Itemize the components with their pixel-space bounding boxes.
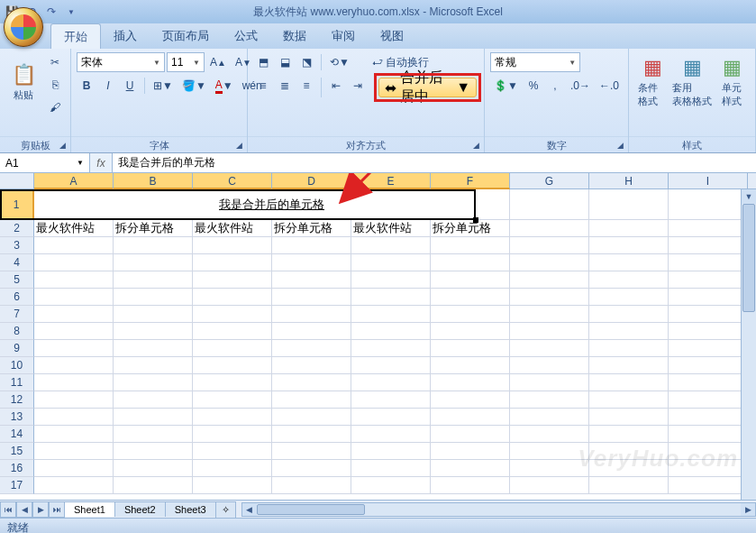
cell[interactable] — [272, 357, 351, 374]
align-right-button[interactable]: ≡ — [296, 76, 316, 96]
formula-input[interactable]: 我是合并后的单元格 — [113, 153, 756, 172]
tab-review[interactable]: 审阅 — [319, 23, 368, 49]
cell[interactable] — [114, 409, 193, 426]
row-header[interactable]: 5 — [0, 271, 34, 289]
cell[interactable] — [510, 323, 589, 340]
row-header[interactable]: 3 — [0, 237, 34, 254]
tab-formula[interactable]: 公式 — [222, 23, 270, 49]
sheet-tab-3[interactable]: Sheet3 — [165, 501, 216, 517]
scroll-left-icon[interactable]: ◀ — [242, 503, 257, 516]
cell[interactable] — [589, 340, 669, 357]
row-header[interactable]: 16 — [0, 460, 34, 477]
cell[interactable] — [272, 374, 351, 391]
cell[interactable] — [114, 271, 193, 289]
cell[interactable] — [431, 289, 510, 306]
tab-data[interactable]: 数据 — [270, 23, 319, 49]
cell[interactable] — [193, 237, 272, 254]
row-header[interactable]: 6 — [0, 289, 34, 306]
column-header[interactable]: B — [114, 173, 193, 189]
decrease-indent-button[interactable]: ⇤ — [326, 76, 346, 96]
cell[interactable] — [351, 340, 431, 357]
cell[interactable] — [114, 289, 193, 306]
cell-styles-button[interactable]: ▦单元 样式 — [714, 52, 750, 112]
cell[interactable] — [431, 357, 510, 374]
new-sheet-button[interactable]: ✧ — [215, 501, 236, 518]
cell[interactable] — [589, 357, 669, 374]
cell[interactable] — [114, 374, 193, 391]
horizontal-scrollbar[interactable]: ◀ ▶ — [241, 502, 756, 517]
align-left-button[interactable]: ≡ — [253, 76, 273, 96]
cell[interactable] — [669, 289, 748, 306]
row-header[interactable]: 10 — [0, 357, 34, 374]
cell[interactable] — [431, 460, 510, 477]
cell[interactable] — [272, 237, 351, 254]
cell[interactable] — [34, 374, 114, 391]
cell[interactable] — [669, 254, 748, 271]
sheet-nav-last[interactable]: ⏭ — [49, 501, 65, 518]
cell[interactable] — [34, 340, 114, 357]
cell[interactable] — [510, 289, 589, 306]
cell[interactable] — [34, 409, 114, 426]
cell[interactable] — [193, 409, 272, 426]
paste-button[interactable]: 📋 粘贴 — [5, 52, 41, 112]
cell[interactable] — [272, 340, 351, 357]
cell[interactable]: 最火软件站 — [34, 220, 114, 237]
cell[interactable]: 拆分单元格 — [114, 220, 193, 237]
cell[interactable] — [34, 477, 114, 494]
column-header[interactable]: F — [431, 173, 510, 189]
cell[interactable] — [272, 254, 351, 271]
cell[interactable] — [669, 271, 748, 289]
cell[interactable] — [351, 391, 431, 409]
cell[interactable] — [510, 357, 589, 374]
bold-button[interactable]: B — [77, 76, 96, 96]
cut-button[interactable]: ✂ — [45, 52, 65, 72]
cell[interactable] — [589, 391, 669, 409]
cell[interactable] — [431, 443, 510, 460]
cell[interactable] — [510, 443, 589, 460]
fill-handle[interactable] — [473, 217, 478, 223]
row-header[interactable]: 15 — [0, 443, 34, 460]
row-header[interactable]: 14 — [0, 426, 34, 443]
dialog-launcher-icon[interactable]: ◢ — [57, 140, 68, 151]
cell[interactable] — [193, 340, 272, 357]
cell[interactable] — [193, 477, 272, 494]
cell[interactable] — [193, 391, 272, 409]
cell[interactable] — [34, 271, 114, 289]
cell[interactable] — [431, 409, 510, 426]
cell[interactable] — [589, 254, 669, 271]
tab-layout[interactable]: 页面布局 — [150, 23, 222, 49]
row-header[interactable]: 13 — [0, 409, 34, 426]
cell[interactable] — [669, 426, 748, 443]
row-header[interactable]: 8 — [0, 323, 34, 340]
cell[interactable] — [589, 237, 669, 254]
font-size-select[interactable]: 11▼ — [167, 52, 205, 72]
sheet-tab-2[interactable]: Sheet2 — [114, 501, 166, 517]
cell[interactable] — [272, 323, 351, 340]
scroll-down-icon[interactable]: ▼ — [742, 189, 756, 204]
cell[interactable] — [431, 426, 510, 443]
column-header[interactable]: E — [351, 173, 431, 189]
sheet-tab-1[interactable]: Sheet1 — [64, 501, 115, 517]
scroll-right-icon[interactable]: ▶ — [741, 503, 755, 516]
cell[interactable] — [669, 357, 748, 374]
cell[interactable] — [193, 443, 272, 460]
cell[interactable] — [114, 426, 193, 443]
cell[interactable] — [114, 306, 193, 323]
cell[interactable] — [510, 409, 589, 426]
cells-area[interactable]: 我是合并后的单元格最火软件站拆分单元格最火软件站拆分单元格最火软件站拆分单元格 — [34, 189, 756, 494]
font-color-button[interactable]: A▼ — [212, 76, 237, 96]
cell[interactable] — [272, 426, 351, 443]
merged-cell[interactable]: 我是合并后的单元格 — [34, 189, 510, 220]
cell[interactable] — [431, 271, 510, 289]
column-header[interactable]: H — [589, 173, 669, 189]
font-name-select[interactable]: 宋体▼ — [77, 52, 165, 72]
cell[interactable] — [589, 289, 669, 306]
align-center-button[interactable]: ≣ — [275, 76, 295, 96]
scroll-thumb-horizontal[interactable] — [257, 504, 365, 515]
cell[interactable] — [431, 391, 510, 409]
cell[interactable] — [669, 460, 748, 477]
orientation-button[interactable]: ⟲▼ — [326, 52, 353, 72]
cell[interactable] — [351, 271, 431, 289]
cell[interactable] — [34, 306, 114, 323]
tab-home[interactable]: 开始 — [50, 23, 101, 49]
